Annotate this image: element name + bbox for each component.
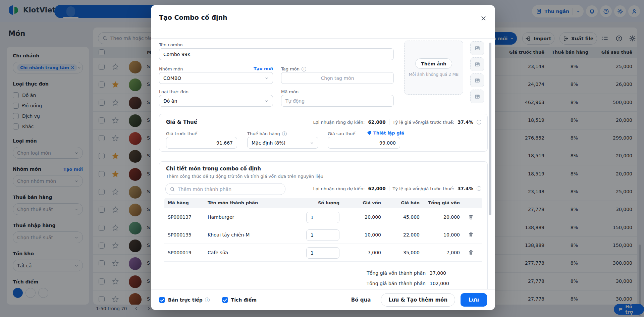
ingredient-totals: Tổng giá vốn thành phần 37,000 Tổng giá … (367, 268, 457, 288)
group-select[interactable]: COMBO (159, 72, 273, 84)
sales-tax-label: Thuế bán hàng (247, 131, 287, 136)
ingredient-total-cost: 7,000 (426, 250, 460, 255)
ingredient-row: SP000135 Khoai tây chiên-M 10,000 22,000… (164, 226, 482, 244)
ingredient-name: Cafe sữa (208, 250, 228, 255)
chevron-down-icon (265, 99, 269, 103)
trash-icon (468, 250, 474, 256)
price-after-tax-label: Giá sau thuế (328, 131, 355, 136)
ingredient-table-header: Mã hàng Tên món thành phần Số lượng Giá … (164, 198, 482, 208)
image-icon (474, 61, 480, 67)
item-code-input[interactable]: Tự động (281, 95, 394, 107)
delete-row-button[interactable] (468, 232, 474, 239)
total-row: Tổng giá bán thành phần 102,000 (367, 278, 457, 288)
combo-name-label: Tên combo (159, 42, 182, 47)
price-tax-title: Giá & Thuế (166, 119, 197, 125)
price-after-tax-input[interactable]: 99,000 (328, 137, 400, 149)
image-slot-2[interactable] (470, 57, 484, 71)
ingredient-cost: 7,000 (347, 250, 381, 255)
menu-type-label: Loại thực đơn (159, 89, 189, 94)
ingredient-price: 35,000 (386, 250, 420, 255)
quantity-input[interactable] (306, 212, 339, 223)
total-label: Tổng giá vốn thành phần (367, 270, 426, 276)
image-slot-1[interactable] (470, 41, 484, 55)
ingredient-row: SP000137 Hamburger 20,000 45,000 20,000 (164, 208, 482, 226)
ingredient-total-cost: 20,000 (426, 214, 460, 220)
tag-icon (367, 130, 372, 136)
create-combo-modal: Tạo Combo cố định Tên combo Combo 99K Th… (151, 5, 495, 310)
search-icon (170, 187, 175, 192)
combo-name-input[interactable]: Combo 99K (159, 48, 394, 60)
total-value: 102,000 (430, 281, 457, 286)
save-and-new-button[interactable]: Lưu & Tạo thêm món (381, 293, 455, 307)
column-total-cost: Tổng giá vốn (426, 200, 460, 205)
add-image-button[interactable]: Thêm ảnh (415, 58, 452, 69)
combo-detail-subtitle: Thêm công thức để tự động trừ tồn và tín… (166, 174, 323, 179)
modal-scrollbar-thumb[interactable] (489, 43, 491, 215)
tag-input[interactable]: Chọn tag món (281, 72, 394, 84)
trash-icon (468, 232, 474, 238)
ingredient-price: 45,000 (386, 214, 420, 220)
column-price: Giá bán (386, 200, 420, 205)
ingredient-name: Hamburger (208, 214, 234, 220)
ingredient-code: SP000019 (168, 250, 192, 255)
combo-detail-card: Chi tiết món trong combo cố định Thêm cô… (159, 161, 488, 302)
image-upload-box[interactable]: Thêm ảnh Mỗi ảnh không quá 2 MB (404, 41, 463, 95)
ingredient-code: SP000137 (168, 214, 192, 220)
image-upload-note: Mỗi ảnh không quá 2 MB (409, 72, 459, 77)
ingredient-cost: 10,000 (347, 232, 381, 237)
modal-tabs (151, 26, 495, 39)
direct-sale-checkbox[interactable] (159, 297, 165, 303)
info-icon (477, 186, 481, 191)
direct-sale-label: Bán trực tiếp (168, 297, 203, 303)
price-before-tax-input[interactable]: 91,667 (166, 137, 237, 149)
image-icon (474, 45, 480, 51)
points-checkbox[interactable] (222, 297, 228, 303)
total-value: 37,000 (430, 270, 457, 276)
ingredient-code: SP000135 (168, 232, 192, 237)
sales-tax-select[interactable]: Mặc định (8%) (247, 137, 318, 149)
save-button[interactable]: Lưu (461, 293, 487, 307)
close-button[interactable] (480, 14, 487, 22)
chevron-down-icon (310, 141, 314, 145)
info-icon (205, 298, 210, 302)
column-quantity: Số lượng (306, 200, 339, 205)
create-group-link[interactable]: Tạo mới (254, 66, 273, 71)
price-tax-card: Giá & Thuế Lợi nhuận ròng dự kiến:62,000… (159, 114, 488, 152)
divider (216, 296, 216, 304)
menu-type-select[interactable]: Đồ ăn (159, 95, 273, 107)
setup-price-link[interactable]: Thiết lập giá (367, 130, 404, 136)
info-icon (282, 131, 287, 136)
ingredient-total-cost: 10,000 (426, 232, 460, 237)
profit-summary: Lợi nhuận ròng dự kiến:62,000 Tỷ lệ giá … (313, 119, 481, 125)
quantity-input[interactable] (306, 247, 339, 259)
modal-footer: Bán trực tiếp Tích điểm Bỏ qua Lưu & Tạo… (151, 289, 495, 310)
ingredient-price: 22,000 (386, 232, 420, 237)
total-row: Tổng giá vốn thành phần 37,000 (367, 268, 457, 278)
info-icon (302, 67, 306, 71)
image-slot-3[interactable] (470, 73, 484, 87)
points-label: Tích điểm (231, 297, 257, 303)
quantity-input[interactable] (306, 229, 339, 241)
group-label: Nhóm món (159, 66, 183, 71)
delete-row-button[interactable] (468, 214, 474, 221)
close-icon (481, 15, 486, 21)
screen: KiotViet Thu ngân ? (0, 0, 644, 317)
ingredient-row: SP000019 Cafe sữa 7,000 35,000 7,000 (164, 244, 482, 262)
total-label: Tổng giá bán thành phần (367, 281, 426, 286)
image-icon (474, 94, 480, 100)
info-icon (477, 120, 481, 124)
image-slot-4[interactable] (470, 90, 484, 103)
profit-summary: Lợi nhuận ròng dự kiến:62,000 Tỷ lệ giá … (313, 186, 481, 191)
ingredient-cost: 20,000 (347, 214, 381, 220)
add-ingredient-search[interactable]: Thêm món thành phần (165, 183, 285, 195)
image-icon (474, 77, 480, 84)
combo-detail-title: Chi tiết món trong combo cố định (166, 166, 261, 172)
tag-label: Tag món (281, 66, 306, 71)
column-code: Mã hàng (168, 200, 189, 205)
skip-button[interactable]: Bỏ qua (351, 297, 371, 303)
chevron-down-icon (265, 76, 269, 80)
price-before-tax-label: Giá trước thuế (166, 131, 197, 136)
delete-row-button[interactable] (468, 250, 474, 257)
column-cost: Giá vốn (347, 200, 381, 205)
trash-icon (468, 214, 474, 220)
